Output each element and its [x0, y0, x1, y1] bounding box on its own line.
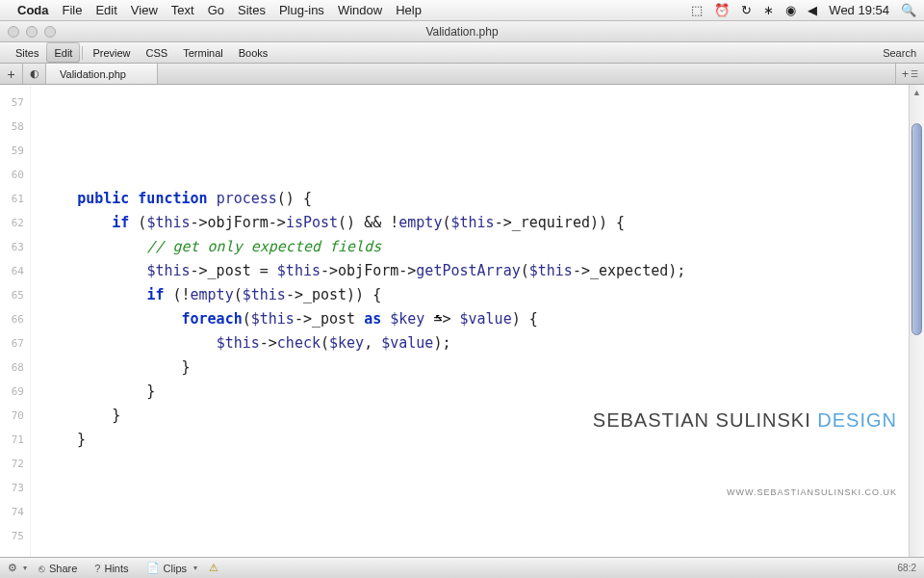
line-number: 73 [0, 476, 30, 500]
status-bar: ⚙▾ ⎋Share ?Hints 📄Clips▾ ⚠ 68:2 [0, 557, 924, 578]
line-number: 58 [0, 115, 30, 139]
line-number: 75 [0, 524, 30, 548]
code-line[interactable]: } [42, 355, 909, 380]
line-number: 64 [0, 259, 30, 283]
gear-dropdown-icon[interactable]: ▾ [23, 564, 27, 572]
line-number-gutter: 57585960616263646566676869707172737475 [0, 85, 31, 557]
clips-button[interactable]: 📄Clips▾ [141, 561, 203, 576]
code-line[interactable]: // get only expected fields [42, 235, 909, 259]
scrollbar-thumb[interactable] [911, 123, 922, 335]
menu-view[interactable]: View [131, 3, 158, 17]
clips-dropdown-icon: ▾ [193, 564, 197, 572]
menu-go[interactable]: Go [208, 3, 224, 17]
hints-icon: ? [94, 563, 100, 574]
hints-button[interactable]: ?Hints [89, 561, 134, 576]
line-number: 65 [0, 283, 30, 307]
toolbar-preview[interactable]: Preview [85, 42, 138, 63]
line-number: 69 [0, 380, 30, 404]
line-number: 70 [0, 404, 30, 428]
menu-edit[interactable]: Edit [95, 3, 116, 17]
line-number: 72 [0, 452, 30, 476]
alarm-icon[interactable]: ⏰ [714, 3, 730, 17]
code-line[interactable]: } [42, 404, 909, 428]
code-line[interactable] [42, 500, 909, 524]
new-tab-button[interactable]: + [0, 64, 23, 84]
line-number: 74 [0, 500, 30, 524]
code-line[interactable]: } [42, 380, 909, 404]
wifi-icon[interactable]: ◉ [785, 3, 796, 17]
code-line[interactable] [42, 452, 909, 476]
sites-tab-icon[interactable]: ◐ [23, 64, 46, 84]
timemachine-icon[interactable]: ↻ [741, 3, 752, 17]
menu-sites[interactable]: Sites [238, 3, 266, 17]
code-line[interactable] [42, 524, 909, 548]
scroll-up-icon[interactable]: ▲ [910, 85, 924, 100]
share-icon: ⎋ [38, 563, 45, 574]
menubar-clock[interactable]: Wed 19:54 [829, 3, 889, 17]
code-line[interactable]: $this->check($key, $value); [42, 331, 909, 355]
code-line[interactable]: $this->_post = $this->objForm->getPostAr… [42, 259, 909, 283]
window-titlebar: Validation.php [0, 21, 924, 42]
menu-help[interactable]: Help [396, 3, 422, 17]
code-line[interactable]: if ($this->objForm->isPost() && !empty($… [42, 211, 909, 235]
window-title: Validation.php [0, 25, 924, 39]
toolbar-separator [82, 46, 83, 60]
cursor-position: 68:2 [898, 563, 916, 573]
line-number: 60 [0, 163, 30, 187]
spotlight-icon[interactable]: 🔍 [901, 3, 916, 17]
code-line[interactable]: } [42, 428, 909, 452]
code-area[interactable]: public function process() { if ($this->o… [31, 85, 909, 557]
menu-text[interactable]: Text [171, 3, 194, 17]
clips-icon: 📄 [146, 562, 160, 574]
share-button[interactable]: ⎋Share [33, 561, 83, 576]
zoom-window-button[interactable] [44, 26, 56, 38]
line-number: 61 [0, 187, 30, 211]
app-name[interactable]: Coda [17, 3, 49, 17]
clips-label: Clips [164, 563, 187, 574]
minimize-window-button[interactable] [26, 26, 38, 38]
toolbar-terminal[interactable]: Terminal [175, 42, 231, 63]
share-label: Share [49, 563, 77, 574]
line-number: 59 [0, 139, 30, 163]
volume-icon[interactable]: ◀ [808, 3, 817, 17]
editor: 57585960616263646566676869707172737475 p… [0, 85, 924, 557]
line-number: 68 [0, 355, 30, 380]
menu-plugins[interactable]: Plug-ins [279, 3, 324, 17]
hints-label: Hints [104, 563, 128, 574]
line-number: 67 [0, 331, 30, 355]
code-line[interactable] [42, 476, 909, 500]
line-number: 62 [0, 211, 30, 235]
line-number: 63 [0, 235, 30, 259]
code-line[interactable]: foreach($this->_post as $key => $value) … [42, 307, 909, 331]
toolbar-search[interactable]: Search [883, 47, 916, 59]
code-line[interactable] [42, 163, 909, 187]
vertical-scrollbar[interactable]: ▲ [909, 85, 924, 557]
toolbar-sites[interactable]: Sites [8, 42, 46, 63]
tab-label: Validation.php [60, 68, 126, 80]
line-number: 71 [0, 428, 30, 452]
toolbar-css[interactable]: CSS [139, 42, 176, 63]
toolbar-edit[interactable]: Edit [46, 42, 80, 63]
tab-validation-php[interactable]: Validation.php [46, 64, 158, 84]
menu-window[interactable]: Window [338, 3, 382, 17]
toolbar-books[interactable]: Books [231, 42, 276, 63]
tab-overflow-button[interactable]: +☰ [895, 64, 924, 84]
code-line[interactable] [42, 548, 909, 557]
bluetooth-icon[interactable]: ∗ [763, 3, 774, 17]
warning-icon[interactable]: ⚠ [209, 562, 218, 574]
menu-file[interactable]: File [63, 3, 83, 17]
close-window-button[interactable] [8, 26, 19, 38]
coda-toolbar: Sites Edit Preview CSS Terminal Books Se… [0, 42, 924, 64]
dropbox-icon[interactable]: ⬚ [691, 3, 703, 17]
macos-menubar: Coda File Edit View Text Go Sites Plug-i… [0, 0, 924, 21]
tab-bar: + ◐ Validation.php +☰ [0, 64, 924, 85]
code-line[interactable]: if (!empty($this->_post)) { [42, 283, 909, 307]
line-number: 66 [0, 307, 30, 331]
line-number: 57 [0, 91, 30, 115]
code-line[interactable]: public function process() { [42, 187, 909, 211]
gear-icon[interactable]: ⚙ [8, 562, 17, 574]
